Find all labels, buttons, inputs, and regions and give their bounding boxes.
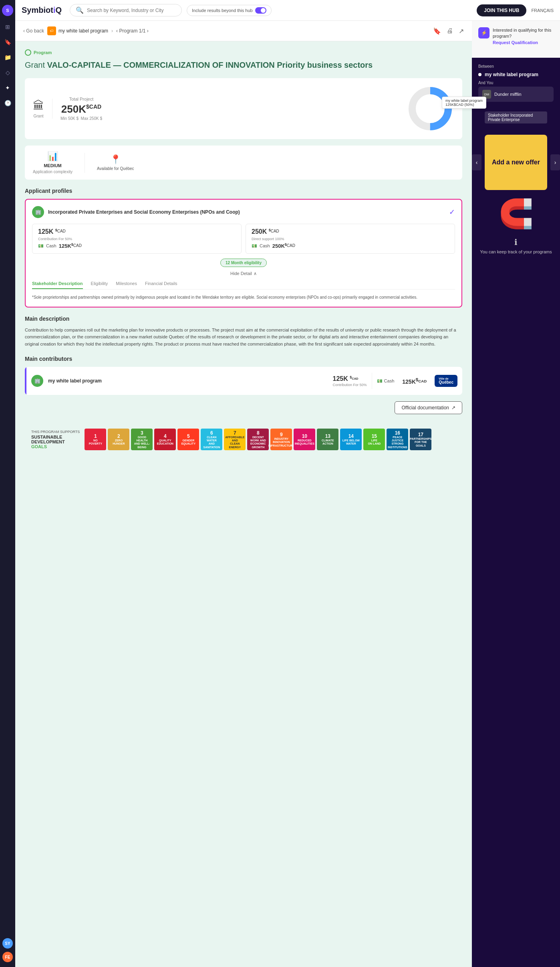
total-project: Total Project 250K$CAD Min 50K $ Max 250…: [60, 97, 102, 121]
join-hub-button[interactable]: JOIN THIS HUB: [477, 4, 526, 16]
qualify-text: Interested in qualifying for this progra…: [493, 27, 554, 46]
sidebar-icon-folder[interactable]: 📁: [3, 53, 12, 62]
sidebar-icon-bookmark[interactable]: 🔖: [3, 38, 12, 47]
tab-eligibility[interactable]: Eligibility: [91, 281, 108, 289]
track-section: ℹ You can keep track of your programs: [472, 233, 560, 259]
funding-amount-1: 125K $CAD: [38, 228, 236, 235]
sdg-1: 1 NOPOVERTY: [85, 429, 106, 450]
funding-box-2: 250K $CAD Direct support 100% 💵 Cash 250…: [246, 224, 455, 254]
program-tag-text: Program: [34, 50, 52, 55]
funding-sub-2: Direct support 100%: [252, 237, 449, 241]
share-icon[interactable]: ↗: [459, 27, 464, 35]
sdg-15: 15 LIFEON LAND: [363, 429, 385, 450]
applicant-avatar: 🏢: [32, 206, 44, 218]
cash-amount-1: 125K$CAD: [59, 243, 82, 249]
donut-chart: my white label program 125K$CAD (50%): [406, 85, 454, 133]
eligibility-badge-text: 12 Month eligibility: [220, 259, 267, 267]
contrib-divider: [372, 373, 372, 389]
navbar: SymbiotiQ 🔍 Include results beyond this …: [15, 0, 560, 21]
sdg-9: 9 INDUSTRY INNOVATIONINFRASTRUCTURE: [270, 429, 292, 450]
track-icon: ℹ: [478, 237, 554, 247]
and-you-label: And You: [478, 81, 554, 85]
navbar-logo: SymbiotiQ: [22, 6, 62, 15]
track-text: You can keep track of your programs: [478, 249, 554, 254]
complexity-value: MEDIUM: [44, 163, 62, 168]
search-input[interactable]: [87, 8, 175, 13]
include-switch[interactable]: [255, 7, 266, 14]
sdg-10: 10 REDUCEDINEQUALITIES: [294, 429, 315, 450]
sidebar-avatar-fe[interactable]: FE: [2, 952, 13, 962]
applicant-section-title: Applicant profiles: [25, 188, 462, 194]
illustration-area: 🧲: [472, 195, 560, 233]
search-icon: 🔍: [76, 6, 84, 14]
sidebar-avatar-sy[interactable]: SY: [2, 938, 13, 949]
search-box[interactable]: 🔍: [70, 4, 182, 16]
funding-amount-2: 250K $CAD: [252, 228, 449, 235]
breadcrumb-actions: 🔖 🖨 ↗: [433, 27, 464, 35]
carousel-prev-button[interactable]: ‹: [472, 154, 481, 170]
sdg-logo: THIS PROGRAM SUPPORTS SUSTAINABLE DEVELO…: [31, 430, 80, 449]
stat-divider-1: [52, 99, 52, 119]
donut-popup: my white label program 125K$CAD (50%): [442, 97, 486, 109]
sdg-16: 16 PEACE JUSTICESTRONG INSTITUTIONS: [387, 429, 408, 450]
sdg-support-text: THIS PROGRAM SUPPORTS: [31, 430, 80, 434]
tab-milestones[interactable]: Milestones: [116, 281, 137, 289]
request-qualification-link[interactable]: Request Qualification: [493, 40, 538, 45]
hub-between-name: my white label program: [485, 72, 538, 77]
carousel-next-button[interactable]: ›: [550, 154, 560, 170]
tab-stakeholder[interactable]: Stakeholder Description: [32, 281, 83, 289]
eligibility-badge: 12 Month eligibility: [32, 259, 455, 267]
total-project-label: Total Project: [60, 97, 102, 101]
sdg-8: 8 DECENT WORK ANDECONOMIC GROWTH: [247, 429, 269, 450]
sidebar-icon-clock[interactable]: 🕐: [3, 99, 12, 107]
official-doc-button[interactable]: Official documentation ↗: [395, 401, 462, 414]
hub-between-item: my white label program: [478, 72, 554, 77]
hide-detail[interactable]: Hide Detail ∧: [32, 271, 455, 276]
sidebar-icon-star[interactable]: ✦: [3, 83, 12, 92]
applicant-header: 🏢 Incorporated Private Enterprises and S…: [32, 206, 455, 218]
sdg-7: 7 AFFORDABLE ANDCLEAN ENERGY: [224, 429, 246, 450]
sdg-6: 6 CLEAN WATERAND SANITATION: [201, 429, 222, 450]
hub-dot: [478, 73, 481, 76]
sidebar-icon-diamond[interactable]: ◇: [3, 68, 12, 77]
sdg-header-row: THIS PROGRAM SUPPORTS SUSTAINABLE DEVELO…: [31, 429, 456, 450]
between-label: Between: [478, 64, 554, 69]
left-panel: ‹ Go back 🏷 my white label program › ‹ P…: [15, 21, 472, 967]
geo-stat: 📍 Available for Québec: [97, 154, 134, 171]
sdg-4: 4 QUALITYEDUCATION: [154, 429, 176, 450]
main-desc-title: Main description: [25, 316, 462, 322]
program-content: Program Grant VALO-CAPITALE — COMMERCIAL…: [15, 41, 472, 469]
sdg-section: THIS PROGRAM SUPPORTS SUSTAINABLE DEVELO…: [25, 422, 462, 461]
include-toggle[interactable]: Include results beyond this hub: [187, 5, 272, 16]
stats-row2: 📊 MEDIUM Application complexity 📍 Availa…: [25, 146, 462, 180]
sdg-17: 17 PARTNERSHIPSFOR THE GOALS: [410, 429, 431, 450]
grant-icon: 🏛: [33, 99, 44, 112]
back-button[interactable]: ‹ Go back: [23, 28, 44, 34]
official-doc: Official documentation ↗: [25, 401, 462, 414]
print-icon[interactable]: 🖨: [447, 27, 453, 35]
breadcrumb-program: ‹ Program 1/1 ›: [116, 28, 149, 34]
cash-icon-1: 💵: [38, 243, 44, 249]
magnet-illustration: 🧲: [478, 200, 554, 228]
tab-financial[interactable]: Financial Details: [145, 281, 177, 289]
geo-icon: 📍: [110, 154, 121, 165]
program-title: Grant VALO-CAPITALE — COMMERCIALIZATION …: [25, 60, 462, 70]
sidebar-logo: S: [2, 5, 13, 16]
contributor-amount: 125K $CAD: [333, 375, 367, 382]
complexity-label: Application complexity: [33, 170, 73, 174]
hub-breadcrumb[interactable]: 🏷 my white label program: [47, 26, 108, 35]
stakeholder-badge: Stakeholder Incorporated Private Enterpr…: [485, 111, 547, 123]
dunder-name: Dunder mifflin: [494, 92, 522, 97]
sdg-title: SUSTAINABLE DEVELOPMENT GOALS: [31, 435, 65, 449]
language-link[interactable]: FRANÇAIS: [531, 8, 554, 13]
applicant-card: 🏢 Incorporated Private Enterprises and S…: [25, 199, 462, 307]
total-project-amount: 250K$CAD: [60, 103, 102, 115]
carousel-area: ‹ Add a new offer ›: [472, 130, 560, 195]
cash-icon-contrib: 💵: [377, 378, 383, 384]
bookmark-icon[interactable]: 🔖: [433, 27, 441, 35]
cash-icon-2: 💵: [252, 243, 257, 249]
sdg-2: 2 ZEROHUNGER: [108, 429, 129, 450]
sidebar-icon-home[interactable]: ⊞: [3, 22, 12, 31]
geo-label: Available for Québec: [97, 166, 134, 171]
add-offer-card[interactable]: Add a new offer: [485, 135, 547, 190]
